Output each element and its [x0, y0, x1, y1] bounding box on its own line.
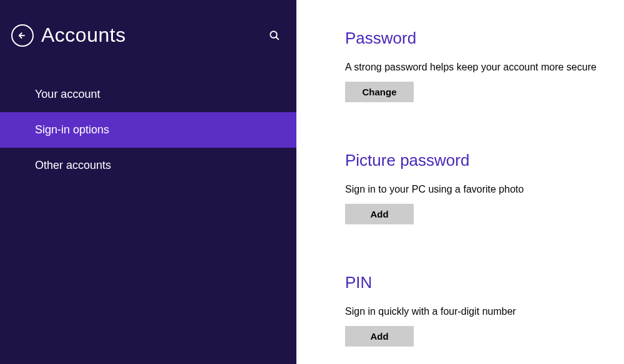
section-desc-picture-password: Sign in to your PC using a favorite phot… — [345, 184, 624, 195]
sidebar-nav: Your account Sign-in options Other accou… — [0, 77, 296, 183]
sidebar-header: Accounts — [0, 0, 296, 59]
section-desc-pin: Sign in quickly with a four-digit number — [345, 306, 624, 317]
section-password: Password A strong password helps keep yo… — [345, 29, 624, 102]
section-picture-password: Picture password Sign in to your PC usin… — [345, 151, 624, 224]
section-title-pin: PIN — [345, 273, 624, 292]
sidebar-item-label: Sign-in options — [35, 123, 109, 136]
arrow-left-icon — [17, 30, 28, 41]
back-button[interactable] — [11, 24, 34, 47]
sidebar: Accounts Your account Sign-in options Ot… — [0, 0, 296, 364]
change-password-button[interactable]: Change — [345, 82, 414, 102]
svg-line-1 — [276, 37, 279, 40]
sidebar-item-label: Your account — [35, 88, 100, 100]
search-icon[interactable] — [269, 30, 280, 41]
sidebar-item-sign-in-options[interactable]: Sign-in options — [0, 112, 296, 148]
sidebar-item-label: Other accounts — [35, 159, 111, 171]
page-title: Accounts — [41, 24, 126, 47]
section-title-password: Password — [345, 29, 624, 48]
section-pin: PIN Sign in quickly with a four-digit nu… — [345, 273, 624, 347]
section-title-picture-password: Picture password — [345, 151, 624, 170]
header-left: Accounts — [11, 24, 126, 47]
section-desc-password: A strong password helps keep your accoun… — [345, 62, 624, 73]
sidebar-item-other-accounts[interactable]: Other accounts — [0, 148, 296, 183]
svg-point-0 — [270, 31, 277, 38]
content-pane: Password A strong password helps keep yo… — [296, 0, 624, 364]
sidebar-item-your-account[interactable]: Your account — [0, 77, 296, 112]
add-pin-button[interactable]: Add — [345, 326, 414, 347]
add-picture-password-button[interactable]: Add — [345, 204, 414, 224]
